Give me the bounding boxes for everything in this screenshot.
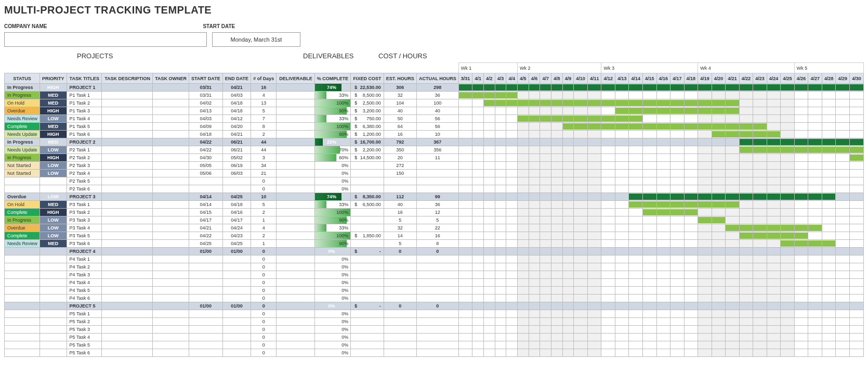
gantt-cell[interactable] — [822, 115, 836, 123]
status-cell[interactable]: In Progress — [5, 92, 40, 99]
act-cell[interactable] — [416, 162, 458, 170]
gantt-cell[interactable] — [483, 216, 495, 224]
gantt-cell[interactable] — [629, 295, 643, 302]
gantt-cell[interactable] — [767, 131, 781, 138]
gantt-cell[interactable] — [643, 255, 657, 263]
gantt-cell[interactable] — [518, 193, 529, 201]
gantt-cell[interactable] — [574, 349, 588, 357]
gantt-cell[interactable] — [601, 232, 615, 240]
gantt-cell[interactable] — [670, 232, 685, 240]
est-cell[interactable]: 16 — [384, 131, 416, 138]
gantt-cell[interactable] — [794, 349, 808, 357]
gantt-cell[interactable] — [562, 99, 574, 107]
gantt-cell[interactable] — [726, 295, 740, 302]
gantt-cell[interactable] — [670, 349, 685, 357]
gantt-cell[interactable] — [518, 295, 529, 302]
gantt-cell[interactable] — [472, 341, 484, 349]
gantt-cell[interactable] — [643, 201, 657, 209]
pct-cell[interactable]: 33% — [314, 115, 351, 123]
gantt-cell[interactable] — [836, 341, 850, 349]
gantt-cell[interactable] — [551, 146, 563, 154]
gantt-cell[interactable] — [495, 154, 506, 162]
owner-cell[interactable] — [153, 177, 189, 185]
gantt-cell[interactable] — [767, 177, 781, 185]
table-row[interactable]: Needs ReviewMEDP3 Task 604/2504/25190%58 — [5, 240, 864, 248]
gantt-cell[interactable] — [495, 334, 506, 341]
start-cell[interactable]: 04/22 — [189, 232, 223, 240]
cost-cell[interactable]: $- — [351, 248, 384, 255]
gantt-cell[interactable] — [472, 318, 484, 326]
gantt-cell[interactable] — [529, 263, 540, 271]
cost-cell[interactable] — [351, 279, 384, 287]
gantt-cell[interactable] — [808, 302, 822, 310]
gantt-cell[interactable] — [684, 349, 698, 357]
owner-cell[interactable] — [153, 84, 189, 92]
gantt-cell[interactable] — [483, 162, 495, 170]
owner-cell[interactable] — [153, 240, 189, 248]
gantt-cell[interactable] — [836, 318, 850, 326]
deliv-cell[interactable] — [277, 115, 315, 123]
gantt-cell[interactable] — [712, 99, 726, 107]
priority-cell[interactable] — [40, 349, 67, 357]
gantt-cell[interactable] — [458, 349, 472, 357]
gantt-cell[interactable] — [836, 334, 850, 341]
gantt-cell[interactable] — [808, 99, 822, 107]
gantt-cell[interactable] — [518, 123, 529, 131]
gantt-cell[interactable] — [529, 310, 540, 318]
gantt-cell[interactable] — [615, 248, 629, 255]
gantt-cell[interactable] — [587, 138, 601, 146]
gantt-cell[interactable] — [529, 84, 540, 92]
gantt-cell[interactable] — [726, 271, 740, 279]
gantt-cell[interactable] — [629, 99, 643, 107]
table-row[interactable]: OverdueLOWP3 Task 404/2104/24433%3222 — [5, 224, 864, 232]
gantt-cell[interactable] — [684, 201, 698, 209]
est-cell[interactable]: 0 — [384, 248, 416, 255]
gantt-cell[interactable] — [562, 131, 574, 138]
gantt-cell[interactable] — [643, 185, 657, 193]
owner-cell[interactable] — [153, 349, 189, 357]
end-cell[interactable] — [222, 318, 251, 326]
gantt-cell[interactable] — [767, 302, 781, 310]
gantt-cell[interactable] — [781, 92, 795, 99]
gantt-cell[interactable] — [808, 107, 822, 115]
end-cell[interactable] — [222, 177, 251, 185]
gantt-cell[interactable] — [836, 115, 850, 123]
gantt-cell[interactable] — [540, 99, 551, 107]
title-cell[interactable]: P3 Task 6 — [67, 240, 102, 248]
gantt-cell[interactable] — [529, 318, 540, 326]
gantt-cell[interactable] — [574, 107, 588, 115]
end-cell[interactable] — [222, 255, 251, 263]
gantt-cell[interactable] — [551, 177, 563, 185]
gantt-cell[interactable] — [849, 271, 863, 279]
gantt-cell[interactable] — [551, 334, 563, 341]
gantt-cell[interactable] — [726, 334, 740, 341]
priority-cell[interactable]: HIGH — [40, 107, 67, 115]
gantt-cell[interactable] — [684, 255, 698, 263]
gantt-cell[interactable] — [529, 271, 540, 279]
gantt-cell[interactable] — [574, 287, 588, 295]
est-cell[interactable]: 40 — [384, 201, 416, 209]
gantt-cell[interactable] — [472, 138, 484, 146]
gantt-cell[interactable] — [712, 224, 726, 232]
est-cell[interactable] — [384, 341, 416, 349]
gantt-cell[interactable] — [739, 84, 753, 92]
title-cell[interactable]: P2 Task 3 — [67, 162, 102, 170]
title-cell[interactable]: P5 Task 3 — [67, 326, 102, 334]
gantt-cell[interactable] — [518, 107, 529, 115]
gantt-cell[interactable] — [781, 263, 795, 271]
gantt-cell[interactable] — [551, 271, 563, 279]
gantt-cell[interactable] — [712, 123, 726, 131]
cost-cell[interactable] — [351, 255, 384, 263]
pct-cell[interactable]: 0% — [314, 341, 351, 349]
table-row[interactable]: P4 Task 500% — [5, 287, 864, 295]
gantt-cell[interactable] — [574, 177, 588, 185]
gantt-cell[interactable] — [601, 185, 615, 193]
gantt-cell[interactable] — [518, 177, 529, 185]
gantt-cell[interactable] — [601, 279, 615, 287]
pct-cell[interactable]: 90% — [314, 107, 351, 115]
gantt-cell[interactable] — [822, 162, 836, 170]
days-cell[interactable]: 13 — [251, 99, 277, 107]
gantt-cell[interactable] — [587, 146, 601, 154]
days-cell[interactable]: 0 — [251, 248, 277, 255]
gantt-cell[interactable] — [808, 162, 822, 170]
